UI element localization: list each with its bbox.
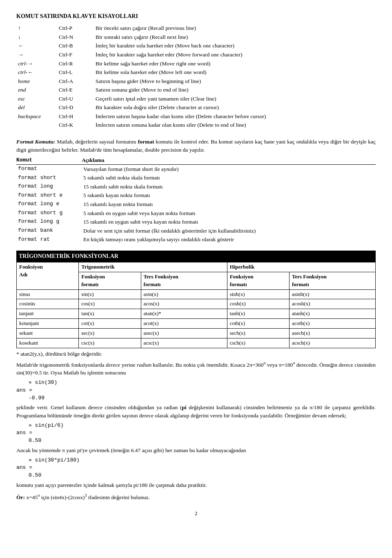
keyboard-row: ↓ Ctrl-N Bir sonraki satırı çağırır (Rec…: [16, 33, 376, 42]
keyboard-desc: İmlecten satırın başına kadar olan kısmı…: [94, 112, 376, 121]
trig-func-name: sinus: [17, 289, 79, 299]
trig-code3: » sin(30*pi/180): [29, 457, 376, 464]
keyboard-key: esc: [16, 94, 57, 103]
trig-row: cosinüs cos(x) acos(x) cosh(x) acosh(x): [17, 299, 376, 309]
keyboard-key: [16, 121, 57, 130]
format-row: format short 5 rakamlı sabit nokta skala…: [16, 173, 376, 182]
keyboard-key: ↓: [16, 33, 57, 42]
trig-hiper-func-fmt: csch(x): [227, 338, 289, 348]
trig-code1: » sin(30): [29, 379, 376, 387]
trig-title: TRİGONOMETRİK FONKSİYONLAR: [16, 251, 376, 262]
trig-func-name: tanjant: [17, 309, 79, 319]
keyboard-row: → Ctrl-F İmleç bir karakter sağa hareket…: [16, 50, 376, 59]
format-cmd: format: [16, 164, 82, 173]
trig-hiper-func-fmt: cosh(x): [227, 299, 289, 309]
keyboard-ctrl: Ctrl-U: [57, 94, 94, 103]
keyboard-row: end Ctrl-E Satırın sonuna gider (Move to…: [16, 85, 376, 94]
trig-hiper-ters-fmt: asech(x): [289, 329, 375, 338]
format-desc: 5 rakamlı en uygun sabit veya kayan nokt…: [82, 209, 376, 218]
trig-group-row: FonksiyonAdı Trigonometrik Hiperbolik: [17, 262, 376, 272]
trig-row: sekant sec(x) asec(x) sech(x) asech(x): [17, 329, 376, 338]
trig-hiper-ters-fmt: acosh(x): [289, 299, 375, 309]
format-desc: 15 rakamlı kayan nokta formatı: [82, 200, 376, 209]
keyboard-desc: Bir önceki satırı çağırır (Recall previo…: [94, 24, 376, 33]
format-cmd: format long e: [16, 200, 82, 209]
keyboard-ctrl: Ctrl-P: [57, 24, 94, 33]
trig-footnote: * atan2(y,x), dördüncü bölge değeridir.: [16, 350, 376, 358]
keyboard-key: →: [16, 50, 57, 59]
trig-hiper-func-fmt: coth(x): [227, 319, 289, 329]
format-desc: Dolar ve sent için sabit format (İki ond…: [82, 226, 376, 235]
format-col-komut: Komut: [16, 156, 82, 164]
trig-row: kotanjant cot(x) acot(x) coth(x) acoth(x…: [17, 319, 376, 329]
keyboard-ctrl: Ctrl-H: [57, 112, 94, 121]
format-row: format long 15 rakamlı sabit nokta skala…: [16, 182, 376, 191]
format-intro: Format Komutu: Matlab, değerlerin sayısa…: [16, 138, 376, 154]
keyboard-ctrl: Ctrl-L: [57, 68, 94, 77]
trig-func-fmt: tan(x): [79, 309, 141, 319]
trig-table: FonksiyonAdı Trigonometrik Hiperbolik Fo…: [16, 262, 376, 348]
trig-func-fmt: cot(x): [79, 319, 141, 329]
format-row: format bank Dolar ve sent için sabit for…: [16, 226, 376, 235]
keyboard-ctrl: Ctrl-N: [57, 33, 94, 42]
keyboard-title: KOMUT SATIRINDA KLAVYE KISAYOLLARI: [16, 12, 376, 20]
trig-hiper-func-fmt: sech(x): [227, 329, 289, 338]
page-number: 2: [16, 509, 376, 518]
keyboard-desc: Bir karakter sola doğru siler (Delete ch…: [94, 103, 376, 112]
keyboard-row: del Ctrl-D Bir karakter sola doğru siler…: [16, 103, 376, 112]
format-row: format long g 15 rakamlı en uygun sabit …: [16, 217, 376, 226]
trig-func-fmt: cos(x): [79, 299, 141, 309]
trig-para4: komutu yani açıyı parentezler içinde kal…: [16, 481, 376, 489]
trig-ters-fmt: asin(x): [141, 289, 227, 299]
keyboard-desc: İmleç bir karakter sağa hareket eder (Mo…: [94, 50, 376, 59]
format-row: format short e 5 rakamlı kayan nokta for…: [16, 191, 376, 200]
trig-para1: Matlab'de trigonometrik fonksiyonlarda d…: [16, 360, 376, 377]
trig-func-fmt: sin(x): [79, 289, 141, 299]
keyboard-table: ↑ Ctrl-P Bir önceki satırı çağırır (Reca…: [16, 24, 376, 130]
format-cmd: format short g: [16, 209, 82, 218]
keyboard-key: ↑: [16, 24, 57, 33]
format-table-header: Komut Açıklama: [16, 156, 376, 164]
trig-ans1-label: ans =: [16, 387, 376, 394]
trig-code2: » sin(pi/6): [29, 422, 376, 430]
trig-ans2-label: ans =: [16, 429, 376, 437]
format-cmd: format rat: [16, 235, 82, 244]
keyboard-key: home: [16, 77, 57, 86]
trig-hiper-func-fmt: tanh(x): [227, 309, 289, 319]
trig-col-ters-fmt: Ters Fonksiyonformatı: [141, 272, 227, 289]
keyboard-desc: Satırın sonuna gider (Move to end of lin…: [94, 85, 376, 94]
keyboard-desc: Bir kelime sağa hareket eder (Move right…: [94, 59, 376, 68]
format-row: format long e 15 rakamlı kayan nokta for…: [16, 200, 376, 209]
trig-func-fmt: sec(x): [79, 329, 141, 338]
keyboard-row: esc Ctrl-U Geçerli satırı iptal eder yan…: [16, 94, 376, 103]
trig-hiper-ters-fmt: asinh(x): [289, 289, 375, 299]
trig-row: kosekant csc(x) acsc(x) csch(x) acsch(x): [17, 338, 376, 348]
keyboard-key: del: [16, 103, 57, 112]
trig-func-name: kotanjant: [17, 319, 79, 329]
keyboard-key: ctrl-→: [16, 59, 57, 68]
keyboard-ctrl: Ctrl-F: [57, 50, 94, 59]
keyboard-desc: İmlecten satırın sonuna kadar olan kısmı…: [94, 121, 376, 130]
trig-ters-fmt: acsc(x): [141, 338, 227, 348]
trig-func-name: sekant: [17, 329, 79, 338]
trig-func-name: cosinüs: [17, 299, 79, 309]
format-cmd: format short e: [16, 191, 82, 200]
trig-ans2-val: 0.50: [29, 437, 376, 445]
trig-section: TRİGONOMETRİK FONKSİYONLAR FonksiyonAdı …: [16, 251, 376, 501]
keyboard-desc: Satırın başına gider (Move to beginning …: [94, 77, 376, 86]
format-desc: 5 rakamlı kayan nokta formatı: [82, 191, 376, 200]
trig-row: tanjant tan(x) atan(x)* tanh(x) atanh(x): [17, 309, 376, 319]
trig-col-hiper-fonk-fmt: Fonksiyonformatı: [227, 272, 289, 289]
format-row: format rat En küçük tamsayı oranı yaklaş…: [16, 235, 376, 244]
format-desc: Varsayılan format (format short ile aynı…: [82, 164, 376, 173]
format-table: Komut Açıklama format Varsayılan format …: [16, 156, 376, 244]
keyboard-key: end: [16, 85, 57, 94]
trig-ters-fmt: acot(x): [141, 319, 227, 329]
trig-group-hiper: Hiperbolik: [227, 262, 375, 272]
keyboard-row: ↑ Ctrl-P Bir önceki satırı çağırır (Reca…: [16, 24, 376, 33]
format-cmd: format short: [16, 173, 82, 182]
keyboard-row: backspace Ctrl-H İmlecten satırın başına…: [16, 112, 376, 121]
keyboard-desc: Bir kelime sola hareket eder (Move left …: [94, 68, 376, 77]
trig-func-fmt: csc(x): [79, 338, 141, 348]
keyboard-row: ctrl-← Ctrl-L Bir kelime sola hareket ed…: [16, 68, 376, 77]
